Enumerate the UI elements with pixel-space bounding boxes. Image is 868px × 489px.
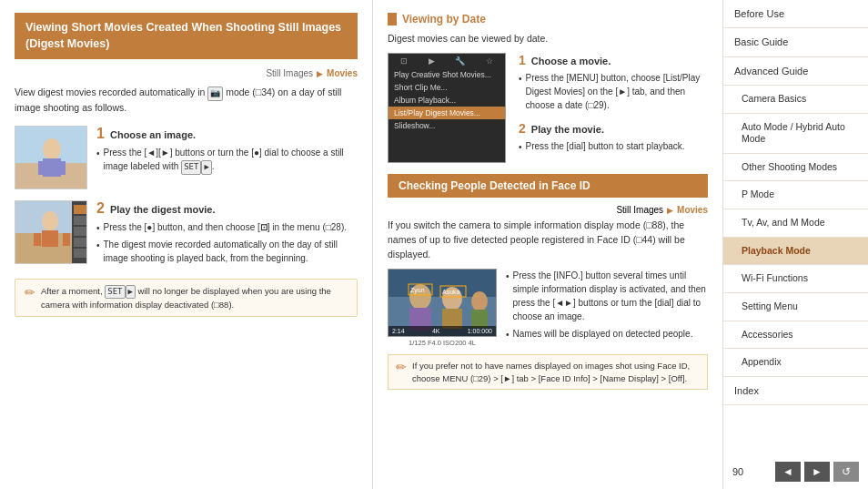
face-duration-text: 1:00:000: [468, 328, 492, 334]
sidebar-item-13[interactable]: Index: [723, 377, 868, 405]
svg-rect-25: [471, 310, 488, 328]
left-column: Viewing Short Movies Created When Shooti…: [0, 0, 373, 489]
checking-breadcrumb-still: Still Images: [616, 205, 663, 215]
right-note-text: If you prefer not to have names displaye…: [412, 360, 700, 384]
step2-body1-text: Press the [●] button, and then choose [⊡…: [104, 220, 348, 234]
checking-bullet1: • Press the [INFO.] button several times…: [506, 269, 708, 323]
menu-top-bar: ⊡ ▶ 🔧 ☆: [389, 54, 505, 68]
menu-icon-3: 🔧: [455, 56, 465, 66]
sidebar-item-9[interactable]: Wi-Fi Functions: [723, 265, 868, 293]
svg-rect-13: [74, 205, 86, 214]
bottom-nav: 90 ◄ ► ↺: [723, 454, 868, 489]
menu-icon-4: ☆: [486, 56, 493, 66]
sidebar-item-4[interactable]: Auto Mode / Hybrid Auto Mode: [723, 114, 868, 154]
right-step2-number: 2: [519, 121, 526, 136]
step2-bullet1: • Press the [●] button, and then choose …: [96, 220, 358, 235]
sidebar-item-12[interactable]: Appendix: [723, 349, 868, 377]
viewing-steps: 1 Choose a movie. • Press the [MENU] but…: [519, 53, 708, 163]
bullet-dot: •: [96, 147, 100, 160]
svg-rect-15: [74, 227, 86, 236]
menu-icon-1: ⊡: [400, 56, 408, 66]
viewing-intro: Digest movies can be viewed by date.: [388, 33, 708, 44]
main-content: Viewing Short Movies Created When Shooti…: [0, 0, 722, 489]
menu-item-2: Album Playback...: [389, 94, 505, 107]
right-step2: 2 Play the movie. • Press the [dial] but…: [519, 121, 708, 154]
svg-text:Asuka: Asuka: [442, 289, 460, 295]
svg-rect-16: [74, 238, 86, 247]
right-step2-text: Press the [dial] button to start playbac…: [526, 139, 685, 153]
face-overlay-bar: 2:14 4K 1:00:000: [389, 326, 496, 336]
sidebar-items-container: Before UseBasic GuideAdvanced GuideCamer…: [723, 0, 868, 405]
checking-content: Zyun Asuka 2:14 4K 1:00:000 1/125 F4.0 I…: [388, 269, 708, 347]
bullet-dot-r2: •: [519, 140, 522, 154]
sidebar-item-11[interactable]: Accessories: [723, 321, 868, 350]
checking-breadcrumb-movies: Movies: [677, 205, 708, 215]
sidebar-item-6[interactable]: P Mode: [723, 181, 868, 209]
prev-button[interactable]: ◄: [775, 462, 801, 482]
face-time-text: 2:14: [392, 328, 405, 334]
sidebar-item-10[interactable]: Setting Menu: [723, 293, 868, 321]
bullet-dot-3: •: [96, 239, 100, 252]
step2-content: 2 Play the digest movie. • Press the [●]…: [96, 200, 358, 268]
step2-title: Play the digest movie.: [110, 204, 216, 215]
left-note-box: ✏ After a moment, SET▶ will no longer be…: [15, 279, 358, 317]
bullet-dot-c1: •: [506, 270, 510, 283]
sidebar-spacer: [723, 405, 868, 454]
sidebar: Before UseBasic GuideAdvanced GuideCamer…: [722, 0, 868, 489]
right-column: Viewing by Date Digest movies can be vie…: [373, 0, 722, 489]
face-image: Zyun Asuka 2:14 4K 1:00:000: [388, 269, 497, 337]
step1-person-image: SET: [15, 127, 86, 188]
bullet-dot-2: •: [96, 221, 100, 235]
step1-body-text: Press the [◄][►] buttons or turn the [●]…: [104, 146, 358, 175]
step1-title: Choose an image.: [110, 129, 196, 140]
sidebar-item-0[interactable]: Before Use: [723, 0, 868, 28]
viewing-section: ⊡ ▶ 🔧 ☆ Play Creative Shot Movies... Sho…: [388, 53, 708, 163]
checking-body-text: Press the [INFO.] button several times u…: [513, 269, 708, 323]
sidebar-item-7[interactable]: Tv, Av, and M Mode: [723, 209, 868, 238]
right-step1-body: • Press the [MENU] button, choose [List/…: [519, 71, 708, 112]
svg-rect-9: [42, 230, 58, 247]
right-step1-title: Choose a movie.: [531, 56, 611, 66]
svg-rect-14: [74, 216, 86, 225]
face-bottom-bar: 1/125 F4.0 ISO200 4L: [388, 339, 497, 347]
step2-image: [15, 200, 87, 264]
step1-content: 1 Choose an image. • Press the [◄][►] bu…: [96, 126, 358, 178]
svg-rect-17: [74, 249, 86, 258]
viewing-title-row: Viewing by Date: [388, 13, 708, 25]
menu-item-4: Slideshow...: [389, 119, 505, 132]
page-number: 90: [732, 466, 743, 477]
sidebar-item-3[interactable]: Camera Basics: [723, 86, 868, 114]
note-pencil-icon: ✏: [25, 285, 35, 300]
right-step1-bullet: • Press the [MENU] button, choose [List/…: [519, 71, 708, 112]
svg-point-2: [43, 138, 61, 160]
sidebar-item-5[interactable]: Other Shooting Modes: [723, 154, 868, 182]
next-button[interactable]: ►: [804, 462, 830, 482]
orange-rect-icon: [388, 13, 397, 25]
checking-arrow: ▶: [667, 206, 673, 215]
left-intro: View digest movies recorded automaticall…: [15, 86, 358, 115]
checking-bullet2: • Names will be displayed on detected pe…: [506, 327, 708, 341]
svg-rect-10: [34, 233, 41, 246]
svg-text:Zyun: Zyun: [410, 287, 425, 294]
right-step2-title: Play the movie.: [531, 124, 604, 135]
menu-item-0: Play Creative Shot Movies...: [389, 68, 505, 81]
checking-title: Checking People Detected in Face ID: [388, 174, 708, 198]
face-image-container: Zyun Asuka 2:14 4K 1:00:000 1/125 F4.0 I…: [388, 269, 497, 347]
svg-point-8: [42, 211, 58, 231]
right-note-icon: ✏: [396, 360, 407, 374]
right-step1-number: 1: [519, 53, 526, 67]
sidebar-item-1[interactable]: Basic Guide: [723, 28, 868, 56]
step1-body: • Press the [◄][►] buttons or turn the […: [96, 146, 358, 175]
menu-screenshot: ⊡ ▶ 🔧 ☆ Play Creative Shot Movies... Sho…: [388, 53, 506, 163]
svg-point-24: [471, 291, 488, 311]
menu-item-1: Short Clip Me...: [389, 81, 505, 94]
checking-note-text: Names will be displayed on detected peop…: [513, 327, 693, 341]
step2-bullet2: • The digest movie recorded automaticall…: [96, 238, 358, 265]
breadcrumb-movies-label: Movies: [327, 68, 358, 78]
checking-breadcrumb: Still Images ▶ Movies: [388, 205, 708, 215]
sidebar-item-2[interactable]: Advanced Guide: [723, 57, 868, 86]
right-note-box: ✏ If you prefer not to have names displa…: [388, 354, 708, 390]
refresh-button[interactable]: ↺: [833, 462, 859, 482]
sidebar-item-8[interactable]: Playback Mode: [723, 238, 868, 266]
checking-intro: If you switch the camera to simple infor…: [388, 219, 708, 261]
